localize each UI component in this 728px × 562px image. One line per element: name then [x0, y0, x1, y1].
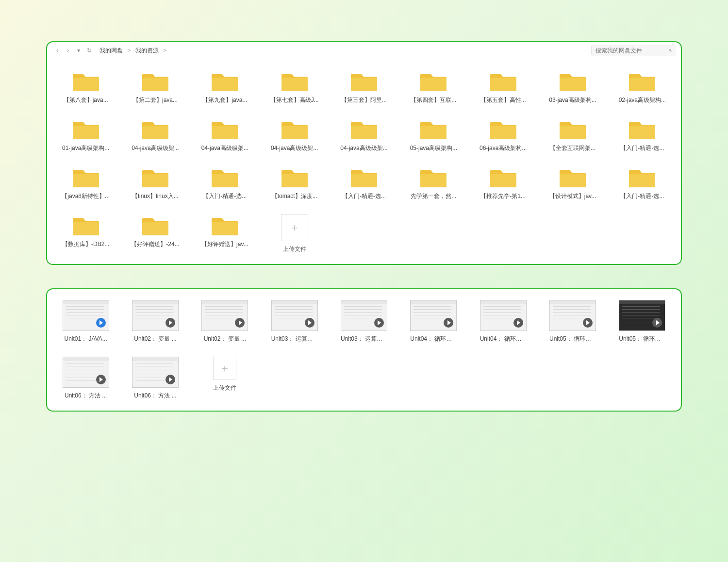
breadcrumb-item[interactable]: 我的资源 [135, 47, 159, 54]
folder-icon [629, 166, 655, 188]
folder-label: 先学第一套，然... [411, 192, 456, 200]
video-label: Unit02： 变量 ... [134, 335, 176, 343]
video-item[interactable]: Unit02： 变量 ... [193, 300, 257, 343]
folder-item[interactable]: 05-java高级架构... [402, 118, 465, 152]
folder-icon [142, 214, 168, 236]
folder-icon [281, 70, 308, 92]
upload-label: 上传文件 [213, 384, 236, 392]
refresh-icon[interactable]: ↻ [84, 47, 95, 54]
folder-item[interactable]: 【第五套】高性... [471, 70, 535, 104]
folder-item[interactable]: 【第三套】阿里... [332, 70, 396, 104]
folder-item[interactable]: 【好评赠送】-24... [123, 214, 187, 253]
folder-item[interactable]: 02-java高级架构... [611, 70, 674, 104]
folder-item[interactable]: 04-java高级级架... [263, 118, 326, 152]
folder-item[interactable]: 【设计模式】jav... [541, 166, 604, 200]
folder-item[interactable]: 【第四套】互联... [402, 70, 465, 104]
folder-item[interactable]: 06-java高级架构... [471, 118, 535, 152]
folder-label: 【第八套】java... [64, 96, 108, 104]
folder-icon [490, 70, 516, 92]
upload-tile[interactable]: ＋ 上传文件 [193, 357, 257, 400]
folder-item[interactable]: 04-java高级级架... [193, 118, 257, 152]
video-label: Unit03： 运算符... [271, 335, 318, 343]
folder-item[interactable]: 【好评赠送】jav... [193, 214, 257, 253]
folder-label: 【第九套】java... [202, 96, 247, 104]
dropdown-icon[interactable]: ▾ [73, 47, 84, 54]
video-thumbnail [480, 300, 527, 331]
folder-icon [142, 166, 168, 188]
folder-icon [212, 214, 238, 236]
folder-label: 【全套互联网架... [550, 144, 596, 152]
folder-icon [490, 118, 516, 140]
svg-line-1 [671, 51, 672, 52]
video-item[interactable]: Unit05： 循环问... [611, 300, 674, 343]
folder-label: 【入门-精通-选... [620, 144, 664, 152]
folder-item[interactable]: 04-java高级级架... [123, 118, 187, 152]
folder-icon [490, 166, 516, 188]
folder-item[interactable]: 【第八套】java... [54, 70, 117, 104]
play-icon [96, 375, 106, 384]
folder-icon [560, 118, 586, 140]
folder-item[interactable]: 【推荐先学-第1... [471, 166, 535, 200]
video-thumbnail [619, 300, 665, 331]
video-label: Unit04： 循环结... [410, 335, 457, 343]
search-input[interactable] [596, 47, 668, 54]
play-icon [165, 375, 175, 384]
folder-label: 【第三套】阿里... [341, 96, 387, 104]
play-icon [652, 318, 662, 328]
folder-label: 【好评赠送】jav... [201, 240, 248, 248]
upload-tile[interactable]: ＋ 上传文件 [263, 214, 326, 253]
folder-label: 【tomact】深度... [272, 192, 317, 200]
folder-item[interactable]: 【tomact】深度... [263, 166, 326, 200]
folder-item[interactable]: 【第七套】高级J... [263, 70, 326, 104]
folder-item[interactable]: 03-java高级架构... [541, 70, 604, 104]
folder-label: 【第四套】互联... [411, 96, 456, 104]
folder-item[interactable]: 04-java高级级架... [332, 118, 396, 152]
video-thumbnail [410, 300, 457, 331]
folder-item[interactable]: 【入门-精通-选... [611, 118, 674, 152]
video-item[interactable]: Unit01： JAVA... [54, 300, 117, 343]
folder-icon [212, 166, 238, 188]
folder-icon [420, 166, 447, 188]
search-icon [668, 47, 672, 54]
video-item[interactable]: Unit05： 循环问... [541, 300, 604, 343]
folder-icon [73, 70, 99, 92]
folder-item[interactable]: 【第二套】java... [123, 70, 187, 104]
breadcrumb-item[interactable]: 我的网盘 [99, 47, 123, 54]
video-item[interactable]: Unit03： 运算符... [263, 300, 326, 343]
folder-item[interactable]: 【java8新特性】... [54, 166, 117, 200]
folder-item[interactable]: 【入门-精通-选... [332, 166, 396, 200]
video-item[interactable]: Unit04： 循环结... [471, 300, 535, 343]
video-label: Unit06： 方法 ... [65, 392, 107, 400]
video-item[interactable]: Unit06： 方法 ... [123, 357, 187, 400]
folder-label: 【入门-精通-选... [620, 192, 664, 200]
folder-item[interactable]: 【入门-精通-选... [611, 166, 674, 200]
folder-label: 03-java高级架构... [549, 96, 596, 104]
folder-icon [142, 118, 168, 140]
video-item[interactable]: Unit04： 循环结... [402, 300, 465, 343]
breadcrumb: 我的网盘 > 我的资源 > [99, 47, 591, 55]
folder-label: 【第五套】高性... [480, 96, 526, 104]
folder-item[interactable]: 【全套互联网架... [541, 118, 604, 152]
video-label: Unit04： 循环结... [480, 335, 527, 343]
nav-back-icon[interactable]: ‹ [52, 47, 63, 54]
folder-label: 01-java高级架构... [62, 144, 109, 152]
folder-item[interactable]: 【第九套】java... [193, 70, 257, 104]
play-icon [96, 318, 106, 328]
video-item[interactable]: Unit03： 运算符... [332, 300, 396, 343]
video-panel: Unit01： JAVA... Unit02： 变量 ... Unit02： 变… [46, 288, 682, 412]
folder-item[interactable]: 01-java高级架构... [54, 118, 117, 152]
video-item[interactable]: Unit02： 变量 ... [123, 300, 187, 343]
folder-item[interactable]: 【入门-精通-选... [193, 166, 257, 200]
video-thumbnail [201, 300, 248, 331]
folder-item[interactable]: 【数据库】-DB2... [54, 214, 117, 253]
play-icon [444, 318, 453, 328]
search-box[interactable] [591, 45, 676, 56]
nav-forward-icon[interactable]: › [63, 47, 73, 54]
folder-item[interactable]: 先学第一套，然... [402, 166, 465, 200]
video-item[interactable]: Unit06： 方法 ... [54, 357, 117, 400]
folder-icon [281, 166, 308, 188]
folder-icon [420, 118, 447, 140]
folder-label: 【推荐先学-第1... [480, 192, 526, 200]
play-icon [305, 318, 314, 328]
folder-item[interactable]: 【linux】linux入... [123, 166, 187, 200]
